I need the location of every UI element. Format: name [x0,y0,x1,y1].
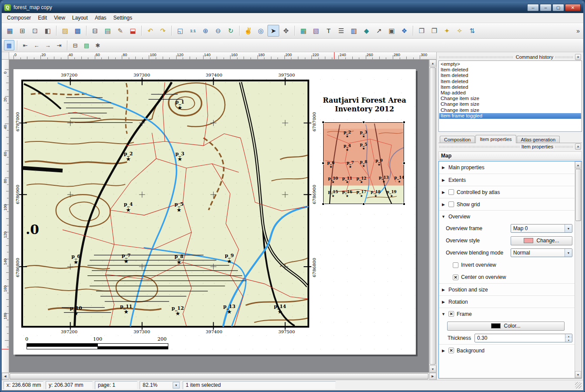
frame-checkbox[interactable]: ✕ [448,311,454,317]
duplicate-composition-icon[interactable]: ⊡ [29,25,41,37]
close-icon[interactable]: ✕ [575,144,581,150]
composer-canvas[interactable]: 397200 397300 397400 397500 397200 39730… [9,60,429,372]
command-history-item[interactable]: Change item size [439,107,581,113]
zoom-full-icon[interactable]: ◱ [174,25,186,37]
zoom-in-icon[interactable]: ⊕ [200,25,211,37]
export-svg-icon[interactable]: ✎ [114,25,126,37]
menu-composer[interactable]: Composer [3,13,34,22]
zoom-out-icon[interactable]: ⊖ [212,25,224,37]
command-history-dock-title[interactable]: Command history ✕ [438,54,582,60]
overview-frame-combobox[interactable]: Map 0 ▼ [511,224,572,233]
selection-handle[interactable] [403,203,405,205]
show-grid-checkbox[interactable] [448,201,454,207]
title-bar[interactable]: Q forest_map copy ⇔–▢✕ [2,2,583,13]
pan-icon[interactable]: ✌ [242,25,254,37]
zoom-actual-icon[interactable]: 1:1 [187,25,199,37]
maximize-button[interactable]: ▢ [552,4,564,11]
scroll-up-icon[interactable]: ▲ [429,60,436,67]
close-button[interactable]: ✕ [565,4,581,11]
redo-icon[interactable]: ↷ [157,25,169,37]
load-from-template-icon[interactable]: ▨ [59,25,71,37]
section-frame[interactable]: ▼ ✕ Frame [439,308,575,320]
menu-view[interactable]: View [50,13,69,22]
add-new-map-icon[interactable]: ▦ [298,25,309,37]
section-controlled-by-atlas[interactable]: ▶ Controlled by atlas [439,186,575,198]
frame-color-button[interactable]: Color... [447,322,565,331]
atlas-first-feature-icon[interactable]: ⇤ [20,40,30,50]
save-composer-icon[interactable]: ▦ [4,25,16,37]
export-atlas-icon[interactable]: ▤ [81,40,92,50]
save-as-template-icon[interactable]: ▩ [72,25,84,37]
background-checkbox[interactable]: ✕ [448,348,454,353]
canvas-vertical-scrollbar[interactable]: ▲ ▼ [429,60,436,372]
command-history-item[interactable]: Change item size [439,101,581,107]
command-history-list[interactable]: <empty>Item deletedItem deletedItem dele… [438,60,582,132]
export-pdf-icon[interactable]: ⬓ [127,25,139,37]
scrollbar-thumb[interactable] [430,67,436,365]
overview-style-change-button[interactable]: Change... [511,236,572,245]
scroll-up-icon[interactable]: ▲ [575,161,581,168]
spin-up-icon[interactable]: ▲ [565,334,572,338]
selection-handle[interactable] [362,203,365,205]
resize-grip[interactable] [575,382,582,389]
zoom-tool-icon[interactable]: ◎ [255,25,267,37]
add-legend-icon[interactable]: ☰ [335,25,347,37]
move-item-content-icon[interactable]: ✥ [280,25,292,37]
tab-atlas-generation[interactable]: Atlas generation [517,136,560,143]
command-history-item[interactable]: Item frame toggled [439,113,581,119]
section-show-grid[interactable]: ▶ Show grid [439,198,575,210]
scroll-down-icon[interactable]: ▼ [575,371,581,378]
command-history-item[interactable]: Map added [439,90,581,96]
atlas-next-feature-icon[interactable]: → [43,40,53,50]
command-history-item[interactable]: Item deleted [439,79,581,84]
chevron-down-icon[interactable]: ▼ [565,224,572,232]
command-history-item[interactable]: Change item size [439,96,581,101]
spin-down-icon[interactable]: ▼ [565,338,572,342]
menu-settings[interactable]: Settings [110,13,136,22]
add-image-icon[interactable]: ▧ [310,25,322,37]
scroll-right-icon[interactable]: ▶ [429,373,436,380]
panel-vertical-scrollbar[interactable]: ▲ ▼ [575,161,582,378]
chevron-down-icon[interactable]: ▼ [173,382,180,389]
scrollbar-thumb[interactable] [10,373,428,379]
section-position-and-size[interactable]: ▶ Position and size [439,283,575,295]
section-extents[interactable]: ▶ Extents [439,174,575,186]
export-image-icon[interactable]: ▤ [102,25,114,37]
atlas-preview-icon[interactable]: ▦ [4,40,14,50]
section-main-properties[interactable]: ▶ Main properties [439,161,575,174]
print-icon[interactable]: ⊟ [89,25,101,37]
item-properties-dock-title[interactable]: Item properties ✕ [438,143,582,150]
menu-layout[interactable]: Layout [69,13,91,22]
atlas-last-feature-icon[interactable]: ⇥ [54,40,64,50]
add-shape-icon[interactable]: ◆ [361,25,372,37]
new-composition-icon[interactable]: ⊞ [17,25,28,37]
zoom-combobox[interactable]: 82.1% ▼ [140,381,181,389]
selection-handle[interactable] [362,121,365,124]
add-scalebar-icon[interactable]: ▥ [348,25,360,37]
scroll-down-icon[interactable]: ▼ [429,365,436,372]
scrollbar-thumb[interactable] [575,169,581,221]
selection-handle[interactable] [403,162,405,164]
composition-manager-icon[interactable]: ◧ [42,25,53,37]
toolbar-overflow-button[interactable]: » [575,27,582,34]
selection-handle[interactable] [403,121,405,124]
add-arrow-icon[interactable]: ↗ [373,25,385,37]
tab-item-properties[interactable]: Item properties [475,135,516,143]
atlas-settings-icon[interactable]: ✱ [93,40,103,50]
canvas-horizontal-scrollbar[interactable]: ◀ ▶ [2,372,436,380]
add-attribute-table-icon[interactable]: ▣ [386,25,398,37]
selection-handle[interactable] [322,203,324,205]
section-overview[interactable]: ▼ Overview [439,210,575,222]
add-label-icon[interactable]: T [323,25,334,37]
tab-composition[interactable]: Composition [440,136,475,143]
center-on-overview-checkbox[interactable]: ✕ [453,275,458,280]
menu-edit[interactable]: Edit [34,13,50,22]
overview-blend-combobox[interactable]: Normal ▼ [511,248,572,257]
section-rotation[interactable]: ▶ Rotation [439,295,575,308]
atlas-previous-feature-icon[interactable]: ← [31,40,42,50]
map-title-label[interactable]: Rautjarvi Forest Area Inventory 2012 [321,96,408,114]
selection-handle[interactable] [322,162,324,164]
ungroup-items-icon[interactable]: ❐ [428,25,440,37]
add-html-icon[interactable]: ❖ [398,25,410,37]
map-item[interactable]: .0 p_1★p_2★p_3★p_4★p_5★p_6★p_7★p_8★p_9★p… [21,80,309,328]
